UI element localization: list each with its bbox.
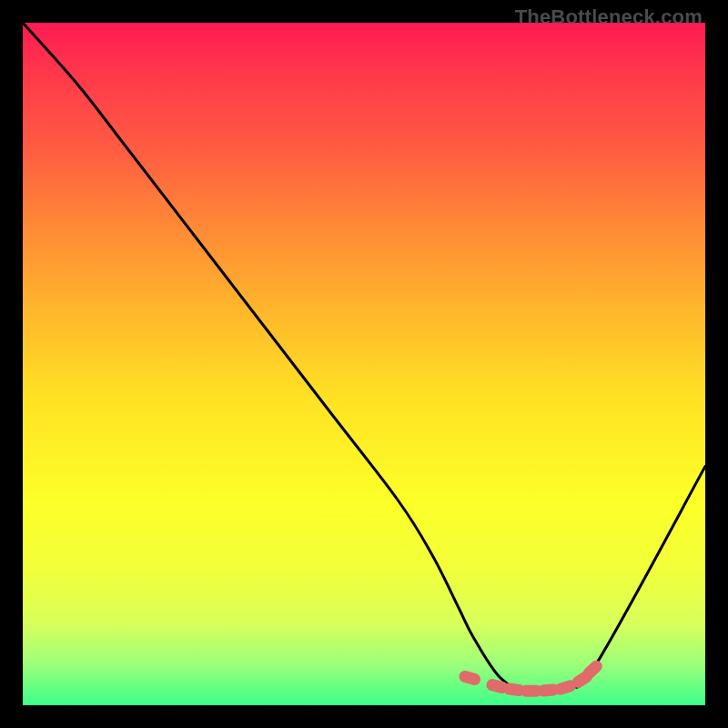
chart-frame: TheBottleneck.com	[0, 0, 728, 728]
svg-rect-0	[458, 669, 482, 686]
plot-area	[23, 23, 705, 705]
chart-svg	[23, 23, 705, 705]
trough-marker	[458, 669, 482, 686]
curve-line	[23, 23, 705, 693]
